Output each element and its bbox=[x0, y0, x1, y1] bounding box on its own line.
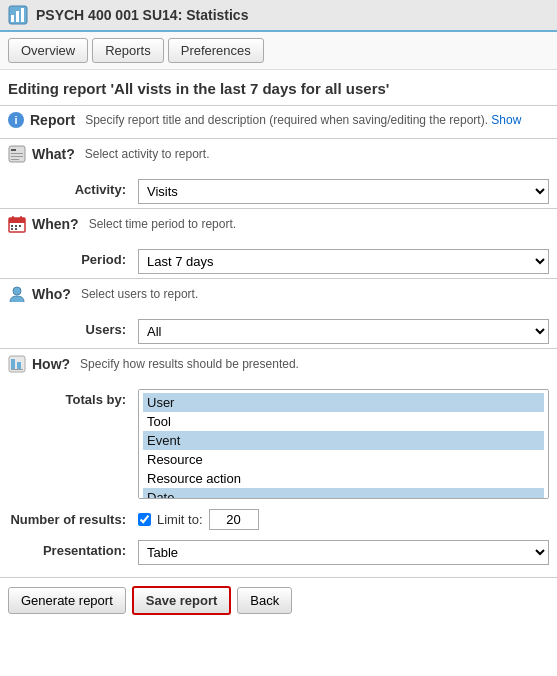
bottom-bar: Generate report Save report Back bbox=[0, 577, 557, 623]
period-row: Period: Last 7 days Last 30 days Last 90… bbox=[0, 243, 557, 278]
presentation-control: Table Graph bbox=[138, 540, 549, 565]
page-header-title: PSYCH 400 001 SU14: Statistics bbox=[36, 7, 248, 23]
when-section-desc: Select time period to report. bbox=[89, 217, 236, 231]
num-results-row: Number of results: Limit to: bbox=[0, 503, 557, 534]
svg-rect-8 bbox=[11, 159, 19, 160]
svg-rect-10 bbox=[9, 218, 25, 223]
who-section-desc: Select users to report. bbox=[81, 287, 198, 301]
what-icon bbox=[8, 145, 26, 163]
svg-point-18 bbox=[13, 287, 21, 295]
svg-rect-22 bbox=[11, 369, 23, 370]
what-section-desc: Select activity to report. bbox=[85, 147, 210, 161]
calendar-icon bbox=[8, 215, 26, 233]
when-section: When? Select time period to report. bbox=[0, 208, 557, 243]
limit-checkbox[interactable] bbox=[138, 513, 151, 526]
totals-option-resource-action: Resource action bbox=[143, 469, 544, 488]
what-section-title: What? bbox=[32, 146, 75, 162]
activity-row: Activity: Visits bbox=[0, 173, 557, 208]
how-section-title: How? bbox=[32, 356, 70, 372]
period-label: Period: bbox=[8, 249, 138, 267]
period-select[interactable]: Last 7 days Last 30 days Last 90 days Cu… bbox=[138, 249, 549, 274]
what-section: What? Select activity to report. bbox=[0, 138, 557, 173]
how-section-desc: Specify how results should be presented. bbox=[80, 357, 299, 371]
totals-option-date: Date bbox=[143, 488, 544, 499]
users-label: Users: bbox=[8, 319, 138, 337]
activity-select[interactable]: Visits bbox=[138, 179, 549, 204]
page-title: Editing report 'All vists in the last 7 … bbox=[0, 70, 557, 105]
num-results-control: Limit to: bbox=[138, 509, 549, 530]
users-control: All bbox=[138, 319, 549, 344]
totals-control: User Tool Event Resource Resource action… bbox=[138, 389, 549, 499]
preferences-button[interactable]: Preferences bbox=[168, 38, 264, 63]
how-section: How? Specify how results should be prese… bbox=[0, 348, 557, 383]
presentation-select[interactable]: Table Graph bbox=[138, 540, 549, 565]
limit-label: Limit to: bbox=[157, 512, 203, 527]
svg-rect-1 bbox=[11, 15, 14, 22]
svg-rect-21 bbox=[17, 362, 21, 369]
save-report-button[interactable]: Save report bbox=[132, 586, 232, 615]
report-section-desc: Specify report title and description (re… bbox=[85, 113, 521, 127]
who-section-title: Who? bbox=[32, 286, 71, 302]
num-results-label: Number of results: bbox=[8, 509, 138, 527]
when-section-title: When? bbox=[32, 216, 79, 232]
report-show-link[interactable]: Show bbox=[491, 113, 521, 127]
totals-listbox[interactable]: User Tool Event Resource Resource action… bbox=[138, 389, 549, 499]
totals-row: Totals by: User Tool Event Resource Reso… bbox=[0, 383, 557, 503]
svg-rect-13 bbox=[11, 225, 13, 227]
generate-report-button[interactable]: Generate report bbox=[8, 587, 126, 614]
reports-button[interactable]: Reports bbox=[92, 38, 164, 63]
limit-input[interactable] bbox=[209, 509, 259, 530]
svg-rect-5 bbox=[11, 149, 16, 151]
totals-option-event: Event bbox=[143, 431, 544, 450]
svg-rect-11 bbox=[12, 216, 14, 220]
report-section-title: Report bbox=[30, 112, 75, 128]
activity-label: Activity: bbox=[8, 179, 138, 197]
svg-rect-3 bbox=[21, 8, 24, 22]
title-bar: PSYCH 400 001 SU14: Statistics bbox=[0, 0, 557, 32]
svg-rect-20 bbox=[11, 359, 15, 369]
chart-icon bbox=[8, 5, 28, 25]
users-select[interactable]: All bbox=[138, 319, 549, 344]
presentation-row: Presentation: Table Graph bbox=[0, 534, 557, 569]
totals-option-tool: Tool bbox=[143, 412, 544, 431]
report-info-icon: i bbox=[8, 112, 24, 128]
presentation-label: Presentation: bbox=[8, 540, 138, 558]
overview-button[interactable]: Overview bbox=[8, 38, 88, 63]
who-section: Who? Select users to report. bbox=[0, 278, 557, 313]
totals-option-user: User bbox=[143, 393, 544, 412]
nav-bar: Overview Reports Preferences bbox=[0, 32, 557, 70]
totals-option-resource: Resource bbox=[143, 450, 544, 469]
totals-label: Totals by: bbox=[8, 389, 138, 407]
svg-rect-6 bbox=[11, 153, 23, 154]
svg-rect-7 bbox=[11, 156, 23, 157]
period-control: Last 7 days Last 30 days Last 90 days Cu… bbox=[138, 249, 549, 274]
report-section: i Report Specify report title and descri… bbox=[0, 105, 557, 138]
svg-rect-15 bbox=[19, 225, 21, 227]
back-button[interactable]: Back bbox=[237, 587, 292, 614]
svg-rect-2 bbox=[16, 11, 19, 22]
users-row: Users: All bbox=[0, 313, 557, 348]
who-icon bbox=[8, 285, 26, 303]
svg-rect-14 bbox=[15, 225, 17, 227]
svg-rect-17 bbox=[15, 228, 17, 230]
activity-control: Visits bbox=[138, 179, 549, 204]
svg-rect-16 bbox=[11, 228, 13, 230]
svg-rect-12 bbox=[20, 216, 22, 220]
how-icon bbox=[8, 355, 26, 373]
